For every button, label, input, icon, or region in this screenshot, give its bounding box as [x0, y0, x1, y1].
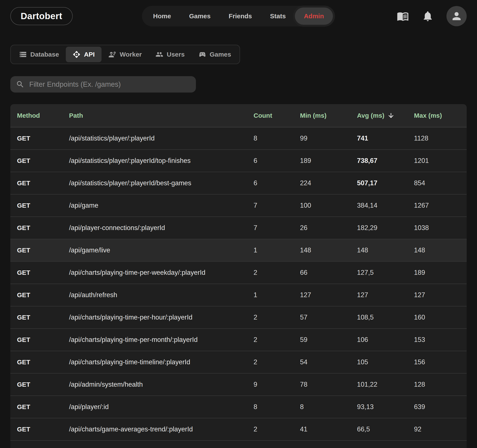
endpoint-min: 99 — [300, 134, 357, 142]
tab-worker[interactable]: Worker — [101, 47, 149, 62]
endpoint-path: /api/statistics/player/:playerId/top-fin… — [69, 157, 254, 165]
endpoint-method: GET — [10, 314, 69, 321]
endpoint-row[interactable]: GET /api/auth/refresh 1 127 127 127 — [10, 284, 467, 306]
endpoint-max: 148 — [414, 246, 467, 254]
endpoint-count: 8 — [254, 134, 300, 142]
endpoint-row[interactable]: GET /api/admin/system/health 9 78 101,22… — [10, 374, 467, 396]
endpoint-path: /api/charts/playing-time-per-month/:play… — [69, 336, 254, 344]
endpoint-method: GET — [10, 224, 69, 231]
tab-users[interactable]: Users — [149, 47, 191, 62]
nav-item-friends[interactable]: Friends — [220, 7, 261, 25]
nav-item-stats[interactable]: Stats — [261, 7, 295, 25]
endpoint-avg: 507,17 — [357, 179, 414, 187]
endpoint-path: /api/game — [69, 202, 254, 209]
admin-tabs-wrap: Database API Worker Users Games — [0, 32, 477, 64]
endpoint-path: /api/charts/playing-time-per-hour/:playe… — [69, 314, 254, 321]
nav-item-home[interactable]: Home — [144, 7, 180, 25]
endpoint-path: /api/game/live — [69, 246, 254, 254]
person-avatar-icon — [451, 10, 463, 22]
endpoint-row[interactable]: GET /api/charts/playing-time-per-month/:… — [10, 329, 467, 351]
endpoint-max: 160 — [414, 314, 467, 321]
column-header-max[interactable]: Max (ms) — [414, 112, 467, 119]
storage-icon — [19, 51, 27, 58]
endpoint-count: 8 — [254, 403, 300, 411]
endpoint-avg: 127,5 — [357, 269, 414, 277]
endpoint-row[interactable]: GET /api/player-connections/:playerId 7 … — [10, 217, 467, 239]
group-icon — [155, 51, 163, 58]
endpoint-min: 59 — [300, 336, 357, 344]
endpoint-max: 153 — [414, 336, 467, 344]
endpoint-path: /api/charts/playing-time-timeline/:playe… — [69, 358, 254, 366]
endpoint-max: 156 — [414, 358, 467, 366]
endpoint-row[interactable]: GET /api/statistics/player/:playerId 8 9… — [10, 127, 467, 150]
endpoint-filter[interactable] — [10, 76, 196, 92]
endpoint-row[interactable]: GET /api/charts/playing-time-per-hour/:p… — [10, 306, 467, 329]
endpoint-row[interactable]: GET /api/game 7 100 384,14 1267 — [10, 194, 467, 217]
tab-api[interactable]: API — [66, 47, 101, 62]
endpoint-avg: 108,5 — [357, 314, 414, 321]
nav-item-games[interactable]: Games — [180, 7, 220, 25]
column-header-min[interactable]: Min (ms) — [300, 112, 357, 119]
main-nav: HomeGamesFriendsStatsAdmin — [142, 6, 335, 26]
endpoint-row[interactable]: GET /api/charts/game-averages-trend/:pla… — [10, 418, 467, 441]
top-bar-actions — [335, 6, 467, 26]
endpoint-path: /api/player-connections/:playerId — [69, 224, 254, 232]
endpoint-filter-input[interactable] — [29, 80, 190, 88]
profile-avatar[interactable] — [447, 6, 467, 26]
endpoint-row[interactable]: GET /api/charts/playing-time-per-weekday… — [10, 262, 467, 284]
endpoint-count: 6 — [254, 179, 300, 187]
tab-games[interactable]: Games — [192, 47, 238, 62]
column-header-count[interactable]: Count — [254, 112, 300, 119]
endpoints-table: Method Path Count Min (ms) Avg (ms) Max … — [10, 104, 467, 448]
endpoint-avg: 384,14 — [357, 202, 414, 209]
endpoint-count: 6 — [254, 157, 300, 165]
endpoint-row[interactable]: GET /api/player/:id 8 8 93,13 639 — [10, 396, 467, 418]
endpoint-method: GET — [10, 358, 69, 366]
endpoint-max: 127 — [414, 291, 467, 299]
endpoint-count: 2 — [254, 425, 300, 433]
rules-book-button[interactable] — [397, 10, 409, 22]
endpoint-method: GET — [10, 157, 69, 164]
engineering-icon — [108, 51, 116, 58]
endpoint-method: GET — [10, 269, 69, 276]
endpoint-max: 639 — [414, 403, 467, 411]
endpoint-method: GET — [10, 247, 69, 254]
endpoint-avg: 148 — [357, 246, 414, 254]
endpoint-row[interactable]: GET /api/charts/histogram-of-averages/:p… — [10, 441, 467, 448]
brand-name: Dartobert — [21, 11, 62, 21]
endpoint-min: 8 — [300, 403, 357, 411]
endpoint-avg: 101,22 — [357, 381, 414, 388]
endpoint-max: 854 — [414, 179, 467, 187]
endpoint-method: GET — [10, 179, 69, 187]
arrow-down-icon — [387, 112, 395, 119]
endpoint-method: GET — [10, 202, 69, 209]
brand-logo[interactable]: Dartobert — [10, 7, 73, 25]
endpoint-min: 57 — [300, 314, 357, 321]
endpoint-method: GET — [10, 403, 69, 411]
endpoint-row[interactable]: GET /api/game/live 1 148 148 148 — [10, 239, 467, 262]
endpoint-path: /api/statistics/player/:playerId — [69, 134, 254, 142]
column-header-path[interactable]: Path — [69, 112, 254, 119]
column-header-avg[interactable]: Avg (ms) — [357, 112, 414, 119]
endpoint-row[interactable]: GET /api/charts/playing-time-timeline/:p… — [10, 351, 467, 374]
endpoint-row[interactable]: GET /api/statistics/player/:playerId/bes… — [10, 172, 467, 194]
filter-wrap — [0, 64, 477, 92]
endpoint-avg: 182,29 — [357, 224, 414, 232]
endpoint-min: 127 — [300, 291, 357, 299]
notifications-button[interactable] — [422, 10, 434, 22]
search-icon — [16, 80, 24, 89]
endpoint-row[interactable]: GET /api/statistics/player/:playerId/top… — [10, 150, 467, 172]
bell-icon — [422, 10, 434, 22]
column-header-method[interactable]: Method — [10, 112, 69, 119]
nav-item-admin[interactable]: Admin — [295, 7, 333, 25]
endpoint-max: 92 — [414, 425, 467, 433]
endpoint-avg: 127 — [357, 291, 414, 299]
endpoint-path: /api/player/:id — [69, 403, 254, 411]
endpoint-min: 54 — [300, 358, 357, 366]
top-bar-left: Dartobert — [10, 7, 142, 25]
tab-database[interactable]: Database — [12, 47, 66, 62]
endpoint-min: 189 — [300, 157, 357, 165]
endpoint-count: 2 — [254, 269, 300, 277]
endpoint-method: GET — [10, 426, 69, 433]
table-wrap: Method Path Count Min (ms) Avg (ms) Max … — [0, 92, 477, 448]
